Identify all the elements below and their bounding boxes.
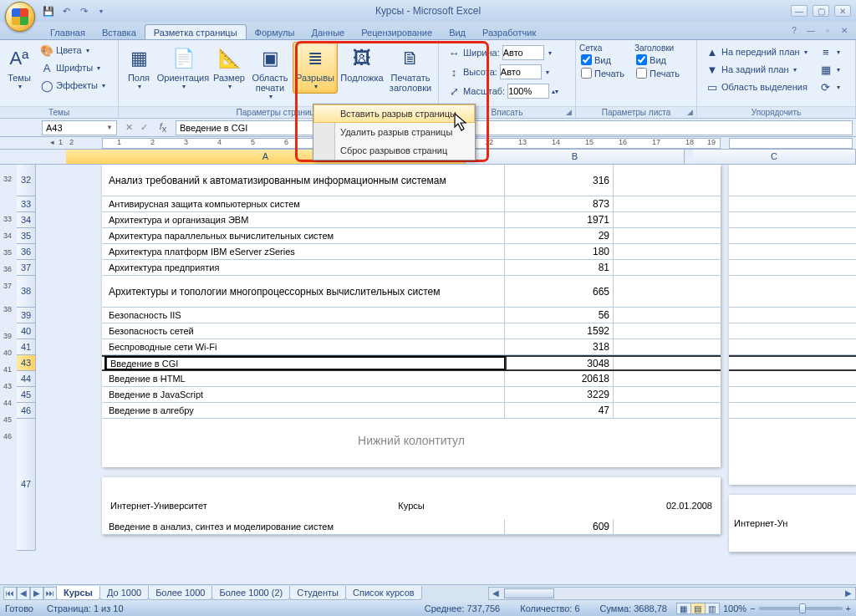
group-objects-button[interactable]: ▦▾ xyxy=(816,61,843,78)
formula-input[interactable] xyxy=(176,120,853,135)
gridlines-view-checkbox[interactable]: Вид xyxy=(579,53,626,66)
selection-pane-button[interactable]: ▭Область выделения xyxy=(702,79,811,95)
row-header-34[interactable]: 34 xyxy=(17,212,36,228)
margins-button[interactable]: ▦Поля▾ xyxy=(122,42,155,94)
sheet-tab-bolee1000-2[interactable]: Более 1000 (2) xyxy=(211,586,290,600)
minimize-button[interactable]: — xyxy=(791,5,808,17)
name-box[interactable]: A43▼ xyxy=(42,120,117,135)
zoom-slider-knob[interactable] xyxy=(799,603,806,613)
orientation-button[interactable]: 📄Ориентация▾ xyxy=(157,42,209,94)
menu-item-remove-break[interactable]: Удалить разрыв страницы xyxy=(313,123,475,141)
row-41[interactable]: Беспроводные сети Wi-Fi318 xyxy=(102,339,721,355)
row-header-41[interactable]: 41 xyxy=(17,339,36,355)
office-button[interactable] xyxy=(5,2,35,32)
namebox-dropdown-icon[interactable]: ▼ xyxy=(106,124,113,131)
row-header-46[interactable]: 46 xyxy=(17,403,36,419)
row-33[interactable]: Антивирусная защита компьютерных систем8… xyxy=(102,196,721,212)
bring-to-front-button[interactable]: ▲На передний план▾ xyxy=(702,43,811,60)
rotate-button[interactable]: ⟳▾ xyxy=(816,79,843,95)
scale-spinner[interactable] xyxy=(507,84,549,99)
sheet-tab-kursy[interactable]: Курсы xyxy=(56,586,100,600)
row-header-32[interactable]: 32 xyxy=(17,165,36,196)
cancel-formula-icon[interactable]: ✕ xyxy=(122,121,135,135)
sheet-tab-course-list[interactable]: Список курсов xyxy=(345,586,422,600)
tab-data[interactable]: Данные xyxy=(303,25,353,39)
row-header-43[interactable]: 43 xyxy=(17,355,36,371)
page-footer-placeholder[interactable]: Нижний колонтитул xyxy=(102,419,721,467)
enter-formula-icon[interactable]: ✓ xyxy=(137,121,150,135)
zoom-label[interactable]: 100% xyxy=(723,603,746,613)
scrollbar-thumb[interactable] xyxy=(504,588,554,598)
align-button[interactable]: ≡▾ xyxy=(816,43,843,60)
sheet-opts-launcher-icon[interactable]: ◢ xyxy=(685,107,695,117)
doc-minimize-button[interactable]: — xyxy=(804,24,818,36)
page-header-block[interactable]: Интернет-Университет Курсы 02.01.2008 xyxy=(102,477,721,519)
row-header-47[interactable]: 47 xyxy=(17,419,36,551)
tab-insert[interactable]: Вставка xyxy=(94,25,145,39)
qat-customize-icon[interactable]: ▾ xyxy=(94,4,108,18)
cell-a43[interactable]: Введение в CGI xyxy=(105,357,505,369)
themes-button[interactable]: Aª Темы ▾ xyxy=(3,42,35,94)
view-page-break-icon[interactable]: ▥ xyxy=(705,603,720,614)
maximize-button[interactable]: ▢ xyxy=(813,5,829,17)
menu-item-insert-break[interactable]: Вставить разрыв страницы xyxy=(313,104,475,123)
tab-view[interactable]: Вид xyxy=(441,25,474,39)
row-40[interactable]: Безопасность сетей1592 xyxy=(102,323,721,339)
menu-item-reset-breaks[interactable]: Сброс разрывов страниц xyxy=(313,141,475,160)
horizontal-scrollbar[interactable]: ◀ ▶ xyxy=(488,587,856,600)
fx-icon[interactable]: fx xyxy=(155,121,171,134)
print-area-button[interactable]: ▣Область печати▾ xyxy=(249,42,291,104)
zoom-in-icon[interactable]: + xyxy=(846,603,851,613)
redo-icon[interactable]: ↷ xyxy=(77,4,90,18)
tab-developer[interactable]: Разработчик xyxy=(474,25,544,39)
row-header-40[interactable]: 40 xyxy=(17,323,36,339)
scroll-right-icon[interactable]: ▶ xyxy=(842,588,855,598)
row-45[interactable]: Введение в JavaScript3229 xyxy=(102,387,721,403)
width-select[interactable] xyxy=(502,45,544,60)
headings-print-checkbox[interactable]: Печать xyxy=(634,67,681,79)
row-header-45[interactable]: 45 xyxy=(17,387,36,403)
size-button[interactable]: 📐Размер▾ xyxy=(211,42,247,94)
row-32[interactable]: Анализ требований к автоматизированным и… xyxy=(102,165,721,196)
sheet-tab-do1000[interactable]: До 1000 xyxy=(99,586,149,600)
undo-icon[interactable]: ↶ xyxy=(59,4,73,18)
send-to-back-button[interactable]: ▼На задний план▾ xyxy=(702,61,811,78)
theme-effects-button[interactable]: ◯Эффекты▾ xyxy=(37,77,109,94)
close-button[interactable]: ✕ xyxy=(834,5,851,17)
help-icon[interactable]: ? xyxy=(787,24,801,36)
sheet-nav-last-icon[interactable]: ⏭ xyxy=(43,587,57,600)
row-header-33[interactable]: 33 xyxy=(17,196,36,212)
zoom-slider[interactable] xyxy=(759,607,843,610)
row-header-36[interactable]: 36 xyxy=(17,244,36,260)
row-43-active[interactable]: Введение в CGI3048 xyxy=(102,355,721,371)
column-header-b[interactable]: B xyxy=(466,150,685,164)
scroll-left-icon[interactable]: ◀ xyxy=(489,588,502,598)
doc-close-button[interactable]: ✕ xyxy=(838,24,851,36)
view-page-layout-icon[interactable]: ▤ xyxy=(690,603,706,614)
row-header-44[interactable]: 44 xyxy=(17,371,36,387)
headings-view-checkbox[interactable]: Вид xyxy=(634,53,681,66)
worksheet-grid[interactable]: 3233343536373839404143444546 32 33 34 35… xyxy=(0,165,856,584)
column-header-c[interactable]: C xyxy=(693,150,856,164)
tab-home[interactable]: Главная xyxy=(42,25,94,39)
doc-restore-button[interactable]: ▫ xyxy=(821,24,834,36)
height-select[interactable] xyxy=(500,64,542,79)
tab-page-layout[interactable]: Разметка страницы xyxy=(145,24,247,39)
gridlines-print-checkbox[interactable]: Печать xyxy=(579,67,626,79)
row-38[interactable]: Архитектуры и топологии многопроцессорны… xyxy=(102,276,721,308)
row-34[interactable]: Архитектура и организация ЭВМ1971 xyxy=(102,212,721,228)
row-36[interactable]: Архитектура платформ IBM eServer zSeries… xyxy=(102,244,721,260)
zoom-out-icon[interactable]: − xyxy=(750,603,755,613)
save-icon[interactable]: 💾 xyxy=(42,4,55,18)
background-button[interactable]: 🖼Подложка xyxy=(339,42,385,86)
row-header-39[interactable]: 39 xyxy=(17,308,36,323)
tab-formulas[interactable]: Формулы xyxy=(247,25,303,39)
row-39[interactable]: Безопасность IIS56 xyxy=(102,308,721,323)
row-44[interactable]: Введение в HTML20618 xyxy=(102,371,721,387)
row-header-35[interactable]: 35 xyxy=(17,228,36,244)
sheet-nav-next-icon[interactable]: ▶ xyxy=(30,587,43,600)
sheet-nav-first-icon[interactable]: ⏮ xyxy=(3,587,17,600)
row-35[interactable]: Архитектура параллельных вычислительных … xyxy=(102,228,721,244)
row-header-37[interactable]: 37 xyxy=(17,260,36,276)
sheet-tab-bolee1000[interactable]: Более 1000 xyxy=(148,586,212,600)
